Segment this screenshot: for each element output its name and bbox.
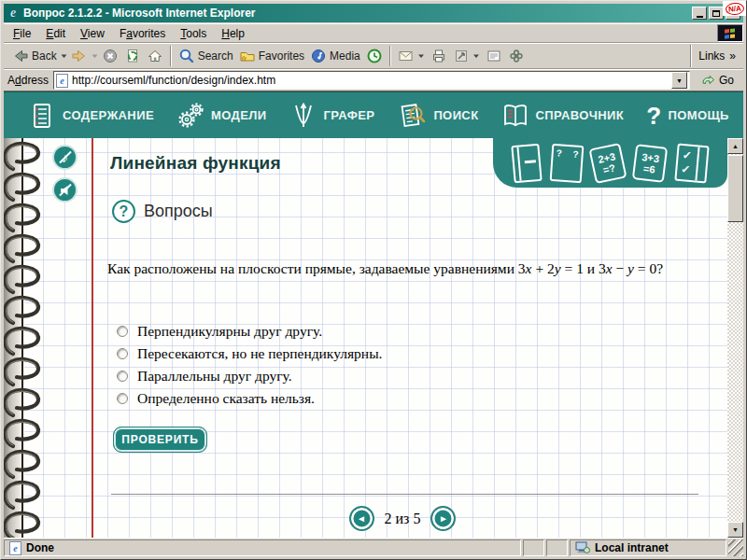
mail-dropdown-icon bbox=[417, 48, 425, 64]
minimize-button[interactable] bbox=[692, 7, 707, 20]
maximize-button[interactable] bbox=[709, 7, 724, 20]
nav-search[interactable]: ПОИСК bbox=[397, 102, 478, 130]
back-arrow-icon bbox=[12, 48, 29, 64]
next-page-button[interactable]: ► bbox=[430, 506, 456, 531]
address-field[interactable]: e ▼ bbox=[53, 71, 690, 90]
vertical-scrollbar[interactable]: ▲ ▼ bbox=[727, 138, 743, 538]
mail-button[interactable] bbox=[395, 46, 428, 66]
scrollbar-thumb[interactable] bbox=[727, 155, 743, 222]
checklist-icon[interactable]: ✓ ✓ bbox=[674, 143, 709, 183]
prev-page-button[interactable]: ◄ bbox=[349, 506, 374, 531]
back-button[interactable]: Back bbox=[9, 46, 60, 66]
radio-option-2[interactable] bbox=[117, 348, 128, 359]
pagination: ◄ 2 из 5 ► bbox=[106, 506, 698, 531]
stop-button[interactable] bbox=[99, 46, 121, 66]
print-icon bbox=[430, 48, 447, 64]
address-dropdown-button[interactable]: ▼ bbox=[671, 72, 687, 89]
go-button[interactable]: Go bbox=[695, 72, 740, 89]
status-pane-empty bbox=[546, 539, 568, 556]
answer-options: Перпендикулярны друг другу. Пересекаются… bbox=[117, 320, 382, 410]
messenger-button[interactable] bbox=[505, 46, 528, 66]
edit-icon bbox=[453, 48, 470, 64]
messenger-icon bbox=[508, 48, 525, 64]
check-answer-button[interactable]: ПРОВЕРИТЬ bbox=[113, 427, 207, 453]
toolbar-separator bbox=[170, 46, 172, 66]
sound-toggle-button[interactable] bbox=[52, 177, 78, 203]
next-arrow-icon: ► bbox=[439, 513, 448, 524]
menu-help[interactable]: Help bbox=[214, 25, 252, 42]
address-bar: Address e ▼ Go bbox=[4, 69, 743, 91]
book-icon[interactable] bbox=[511, 143, 542, 182]
links-chevron-icon[interactable]: » bbox=[729, 49, 736, 63]
forward-dropdown-icon[interactable] bbox=[91, 48, 99, 64]
forward-button[interactable] bbox=[68, 46, 91, 66]
scroll-up-button[interactable]: ▲ bbox=[727, 138, 743, 154]
page-indicator: 2 из 5 bbox=[385, 511, 421, 527]
status-pane: e Done bbox=[4, 539, 521, 556]
media-button[interactable]: Media bbox=[307, 46, 363, 66]
windows-throbber bbox=[717, 24, 743, 42]
favorites-icon bbox=[239, 48, 256, 64]
home-icon bbox=[147, 48, 163, 64]
dropdown-icon: ▼ bbox=[676, 77, 683, 84]
home-button[interactable] bbox=[144, 46, 166, 66]
radio-option-1[interactable] bbox=[117, 326, 128, 337]
go-arrow-icon bbox=[700, 73, 715, 88]
down-arrow-icon: ▼ bbox=[732, 526, 739, 533]
menu-favorites[interactable]: Favorites bbox=[112, 25, 173, 42]
option-row: Пересекаются, но не перпендикулярны. bbox=[117, 343, 382, 365]
window-title: Вопрос 2.1.2.2 - Microsoft Internet Expl… bbox=[23, 7, 255, 20]
intranet-zone-icon bbox=[575, 541, 590, 554]
address-input[interactable] bbox=[72, 74, 668, 87]
page-content: ♪ Линейная функция ? ? 2+3 =? 3+3 =6 bbox=[4, 138, 743, 538]
spiral-binding bbox=[4, 138, 47, 538]
history-button[interactable] bbox=[363, 46, 386, 66]
up-arrow-icon: ▲ bbox=[732, 143, 739, 149]
stop-icon bbox=[102, 48, 119, 64]
status-bar: e Done Local intranet bbox=[4, 538, 743, 556]
gears-icon bbox=[176, 102, 204, 130]
menu-edit[interactable]: Edit bbox=[38, 25, 73, 42]
grapher-icon bbox=[289, 102, 317, 130]
lesson-mode-panel: ? ? 2+3 =? 3+3 =6 ✓ ✓ bbox=[493, 138, 727, 188]
links-bar[interactable]: Links » bbox=[690, 45, 743, 67]
standard-toolbar: Back Search Favorites Media bbox=[4, 43, 743, 69]
menu-file[interactable]: File bbox=[6, 25, 38, 42]
minimize-icon bbox=[697, 16, 703, 18]
edit-button[interactable] bbox=[450, 46, 483, 66]
option-row: Параллельны друг другу. bbox=[117, 365, 382, 387]
search-button[interactable]: Search bbox=[176, 46, 236, 66]
discuss-icon bbox=[486, 48, 502, 64]
questions-sheet-icon[interactable]: ? ? bbox=[549, 143, 584, 182]
menu-view[interactable]: View bbox=[73, 25, 112, 42]
title-bar: e Вопрос 2.1.2.2 - Microsoft Internet Ex… bbox=[4, 4, 743, 22]
resize-grip[interactable] bbox=[728, 539, 743, 556]
question-text: Как расположены на плоскости прямые, зад… bbox=[107, 260, 663, 277]
toolbar-separator bbox=[389, 46, 391, 66]
nav-reference[interactable]: СПРАВОЧНИК bbox=[501, 102, 625, 130]
maximize-icon bbox=[712, 10, 720, 17]
music-toggle-button[interactable]: ♪ bbox=[52, 145, 78, 170]
nav-models[interactable]: МОДЕЛИ bbox=[176, 102, 267, 130]
search-icon bbox=[178, 48, 195, 64]
discuss-button[interactable] bbox=[483, 46, 505, 66]
print-button[interactable] bbox=[428, 46, 450, 66]
edit-dropdown-icon bbox=[472, 48, 480, 64]
nav-grapher[interactable]: ГРАФЕР bbox=[289, 102, 375, 130]
refresh-button[interactable] bbox=[121, 46, 144, 66]
page-title: Линейная функция bbox=[110, 153, 281, 174]
option-label: Определенно сказать нельзя. bbox=[137, 390, 315, 407]
favorites-button[interactable]: Favorites bbox=[236, 46, 307, 66]
radio-option-3[interactable] bbox=[117, 371, 128, 382]
radio-option-4[interactable] bbox=[117, 393, 128, 404]
nav-help[interactable]: ? ПОМОЩЬ bbox=[646, 104, 729, 128]
answer-card-icon[interactable]: 3+3 =6 bbox=[632, 144, 668, 183]
nav-contents[interactable]: СОДЕРЖАНИЕ bbox=[28, 102, 154, 130]
menu-tools[interactable]: Tools bbox=[173, 25, 214, 42]
forward-arrow-icon bbox=[71, 48, 88, 64]
search-doc-icon bbox=[397, 102, 427, 130]
exercise-card-icon[interactable]: 2+3 =? bbox=[589, 142, 627, 183]
na-sticker: N/A bbox=[723, 1, 746, 16]
scroll-down-button[interactable]: ▼ bbox=[727, 522, 743, 538]
back-dropdown-icon[interactable] bbox=[60, 48, 68, 64]
